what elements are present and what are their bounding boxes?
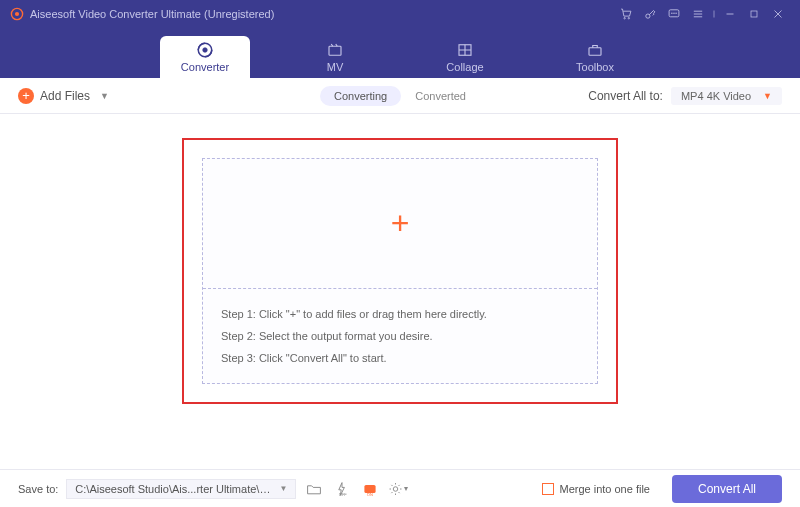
step-text: Step 2: Select the output format you des… <box>221 325 579 347</box>
svg-point-3 <box>628 18 629 19</box>
merge-checkbox[interactable]: Merge into one file <box>542 483 650 495</box>
settings-icon[interactable]: ▾ <box>388 480 408 498</box>
convert-all-button[interactable]: Convert All <box>672 475 782 503</box>
format-value: MP4 4K Video <box>681 90 751 102</box>
tab-collage[interactable]: Collage <box>420 36 510 78</box>
chevron-down-icon: ▼ <box>100 91 109 101</box>
menu-icon[interactable] <box>686 4 710 24</box>
gpu-icon[interactable]: ON <box>360 480 380 498</box>
svg-rect-11 <box>589 48 601 56</box>
highlight-box: + Step 1: Click "+" to add files or drag… <box>182 138 618 404</box>
save-path-select[interactable]: C:\Aiseesoft Studio\Ais...rter Ultimate\… <box>66 479 296 499</box>
add-files-button[interactable]: + Add Files ▼ <box>18 88 109 104</box>
step-text: Step 1: Click "+" to add files or drag t… <box>221 303 579 325</box>
plus-icon: + <box>18 88 34 104</box>
chevron-down-icon: ▼ <box>763 91 772 101</box>
tab-converted[interactable]: Converted <box>401 86 480 106</box>
cart-icon[interactable] <box>614 4 638 24</box>
maximize-icon[interactable] <box>742 4 766 24</box>
svg-point-1 <box>15 12 19 16</box>
window-title: Aiseesoft Video Converter Ultimate (Unre… <box>30 8 274 20</box>
toolbar: + Add Files ▼ Converting Converted Conve… <box>0 78 800 114</box>
output-format-select[interactable]: MP4 4K Video ▼ <box>671 87 782 105</box>
tab-toolbox[interactable]: Toolbox <box>550 36 640 78</box>
merge-label: Merge into one file <box>559 483 650 495</box>
close-icon[interactable] <box>766 4 790 24</box>
titlebar: Aiseesoft Video Converter Ultimate (Unre… <box>0 0 800 28</box>
main-area: + Step 1: Click "+" to add files or drag… <box>0 114 800 469</box>
svg-point-8 <box>203 48 208 53</box>
open-folder-icon[interactable] <box>304 480 324 498</box>
chevron-down-icon: ▼ <box>279 484 287 493</box>
svg-rect-6 <box>751 11 757 17</box>
svg-text:OFF: OFF <box>339 492 348 497</box>
svg-point-2 <box>624 18 625 19</box>
tab-label: Converter <box>181 61 229 73</box>
instructions: Step 1: Click "+" to add files or drag t… <box>203 289 597 383</box>
svg-point-15 <box>394 486 399 491</box>
app-logo-icon <box>10 7 24 21</box>
svg-rect-9 <box>329 46 341 55</box>
hw-accel-icon[interactable]: OFF <box>332 480 352 498</box>
tab-converting[interactable]: Converting <box>320 86 401 106</box>
tab-label: Collage <box>446 61 483 73</box>
svg-text:ON: ON <box>367 492 373 497</box>
footer: Save to: C:\Aiseesoft Studio\Ais...rter … <box>0 469 800 507</box>
convert-all-to-label: Convert All to: <box>588 89 663 103</box>
divider-icon <box>710 4 718 24</box>
tab-converter[interactable]: Converter <box>160 36 250 78</box>
dropzone-add-area[interactable]: + <box>203 159 597 289</box>
checkbox-icon <box>542 483 554 495</box>
add-files-label: Add Files <box>40 89 90 103</box>
key-icon[interactable] <box>638 4 662 24</box>
tab-label: Toolbox <box>576 61 614 73</box>
tab-label: MV <box>327 61 344 73</box>
tab-mv[interactable]: MV <box>290 36 380 78</box>
save-path-value: C:\Aiseesoft Studio\Ais...rter Ultimate\… <box>75 483 271 495</box>
save-to-label: Save to: <box>18 483 58 495</box>
feedback-icon[interactable] <box>662 4 686 24</box>
main-tabs: Converter MV Collage Toolbox <box>0 28 800 78</box>
big-plus-icon: + <box>391 205 410 242</box>
dropzone: + Step 1: Click "+" to add files or drag… <box>202 158 598 384</box>
minimize-icon[interactable] <box>718 4 742 24</box>
step-text: Step 3: Click "Convert All" to start. <box>221 347 579 369</box>
